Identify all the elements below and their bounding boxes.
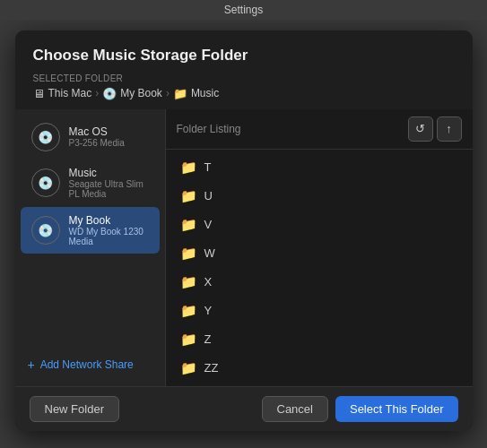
breadcrumb-my-book: 💿 My Book (102, 87, 162, 100)
breadcrumb-this-mac-label: This Mac (48, 87, 92, 99)
folder-row[interactable]: 📁ZZ (166, 354, 473, 383)
macos-drive-icon: 💿 (31, 123, 60, 151)
folder-name: X (204, 275, 213, 289)
folder-name: Y (204, 304, 213, 317)
folder-name: W (204, 246, 215, 260)
sidebar-items: 💿 Mac OS P3-256 Media 💿 Music Seagate Ul… (15, 115, 165, 349)
breadcrumb: 🖥 This Mac › 💿 My Book › 📁 Music (33, 87, 455, 100)
footer-left: New Folder (30, 396, 119, 422)
folder-name: U (204, 189, 213, 202)
dialog-header: Choose Music Storage Folder Selected Fol… (15, 30, 473, 109)
title-bar: Settings (0, 0, 487, 20)
folder-row[interactable]: 📁W (166, 239, 473, 268)
selected-folder-label: Selected Folder (33, 73, 455, 83)
refresh-icon: ↺ (415, 122, 425, 135)
folder-icon: 📁 (180, 217, 197, 233)
new-folder-button[interactable]: New Folder (30, 396, 119, 422)
sidebar-item-macos[interactable]: 💿 Mac OS P3-256 Media (21, 116, 160, 159)
dialog-title: Choose Music Storage Folder (33, 47, 455, 65)
folder-row[interactable]: 📁Y (166, 297, 473, 325)
dialog: Choose Music Storage Folder Selected Fol… (15, 30, 473, 431)
breadcrumb-my-book-label: My Book (120, 87, 162, 99)
title-bar-text: Settings (224, 4, 263, 16)
folder-icon: 📁 (180, 188, 197, 204)
dialog-body: 💿 Mac OS P3-256 Media 💿 Music Seagate Ul… (15, 109, 473, 386)
music-sub: Seagate Ultra Slim PL Media (69, 179, 149, 199)
mybook-drive-icon: 💿 (31, 216, 60, 245)
music-folder-icon: 📁 (173, 87, 187, 100)
folder-icon: 📁 (180, 332, 197, 348)
folder-icon: 📁 (180, 303, 197, 319)
mybook-name: My Book (69, 214, 149, 227)
breadcrumb-music-label: Music (191, 87, 219, 99)
up-icon: ↑ (446, 122, 452, 135)
folder-panel-title: Folder Listing (177, 123, 241, 135)
macos-name: Mac OS (69, 125, 125, 138)
folder-row[interactable]: 📁Z (166, 325, 473, 354)
refresh-button[interactable]: ↺ (408, 116, 433, 142)
folder-name: V (204, 218, 213, 231)
add-network-share-label: Add Network Share (40, 358, 134, 371)
folder-row[interactable]: 📁U (166, 182, 473, 211)
music-name: Music (69, 167, 149, 179)
mybook-sub: WD My Book 1230 Media (69, 227, 149, 246)
folder-row[interactable]: 📁T (166, 153, 473, 182)
up-button[interactable]: ↑ (437, 116, 462, 142)
plus-icon: + (28, 358, 35, 372)
mac-icon: 🖥 (33, 87, 45, 100)
folder-panel-actions: ↺ ↑ (408, 116, 462, 142)
folder-name: T (204, 160, 212, 174)
select-folder-button[interactable]: Select This Folder (335, 396, 458, 422)
folder-icon: 📁 (180, 246, 197, 262)
folder-icon: 📁 (180, 274, 197, 290)
my-book-icon: 💿 (102, 87, 117, 100)
folder-list: 📁T📁U📁V📁W📁X📁Y📁Z📁ZZ (166, 150, 473, 386)
folder-panel-header: Folder Listing ↺ ↑ (166, 109, 473, 150)
breadcrumb-sep-2: › (166, 87, 170, 99)
add-network-share-button[interactable]: + Add Network Share (15, 349, 165, 381)
folder-row[interactable]: 📁V (166, 211, 473, 239)
cancel-button[interactable]: Cancel (262, 396, 328, 422)
dialog-footer: New Folder Cancel Select This Folder (15, 386, 473, 431)
folder-name: ZZ (204, 361, 219, 375)
breadcrumb-this-mac: 🖥 This Mac (33, 87, 92, 100)
music-drive-icon: 💿 (31, 168, 60, 197)
folder-row[interactable]: 📁X (166, 268, 473, 297)
folder-name: Z (204, 332, 212, 346)
sidebar-item-music[interactable]: 💿 Music Seagate Ultra Slim PL Media (21, 159, 160, 206)
sidebar: 💿 Mac OS P3-256 Media 💿 Music Seagate Ul… (15, 109, 166, 386)
footer-right: Cancel Select This Folder (262, 396, 458, 422)
breadcrumb-sep-1: › (95, 87, 99, 99)
folder-icon: 📁 (180, 159, 197, 176)
folder-panel: Folder Listing ↺ ↑ 📁T📁U📁V📁W📁X📁Y📁Z📁ZZ (166, 109, 473, 386)
breadcrumb-music: 📁 Music (173, 87, 219, 100)
macos-sub: P3-256 Media (69, 138, 125, 148)
sidebar-item-mybook[interactable]: 💿 My Book WD My Book 1230 Media (21, 207, 160, 254)
folder-icon: 📁 (180, 360, 197, 376)
